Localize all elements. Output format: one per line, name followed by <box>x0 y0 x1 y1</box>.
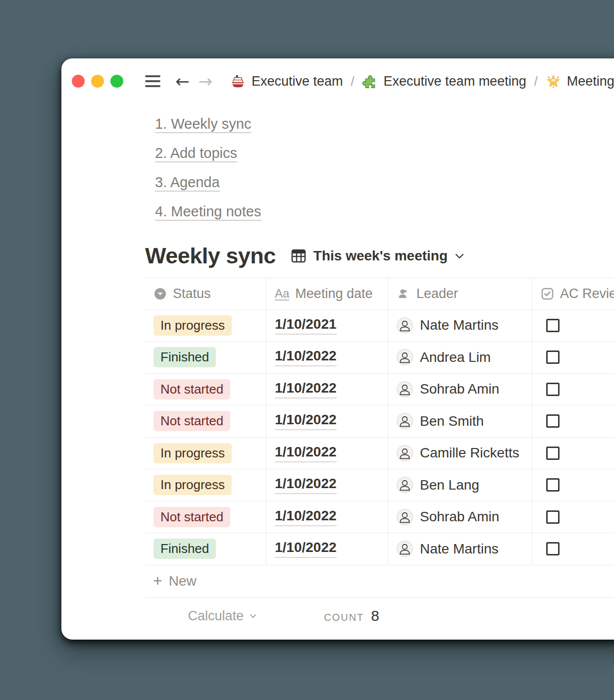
column-header-label: Status <box>173 286 211 301</box>
title-aa-icon: Aa <box>275 287 289 300</box>
status-cell[interactable]: Finished <box>145 342 266 374</box>
meeting-date-link[interactable]: 1/10/2021 <box>275 316 337 335</box>
column-header-status[interactable]: Status <box>145 278 266 310</box>
meeting-date-cell[interactable]: 1/10/2022 <box>266 438 388 470</box>
leader-cell[interactable]: Andrea Lim <box>388 342 532 374</box>
meeting-date-link[interactable]: 1/10/2022 <box>275 412 337 430</box>
toc-link-weekly-sync[interactable]: 1. Weekly sync <box>155 116 251 132</box>
leader-cell[interactable]: Nate Martins <box>388 310 532 342</box>
sidebar-menu-icon[interactable] <box>145 75 160 87</box>
status-badge[interactable]: In progress <box>154 443 232 463</box>
status-cell[interactable]: Not started <box>145 405 266 438</box>
meeting-date-link[interactable]: 1/10/2022 <box>275 444 337 462</box>
leader-name: Sohrab Amin <box>420 509 499 525</box>
status-cell[interactable]: Not started <box>145 374 266 406</box>
table-row: Not started 1/10/2022 Sohrab Amin <box>145 374 614 406</box>
meeting-date-cell[interactable]: 1/10/2021 <box>266 310 388 342</box>
column-header-meeting-date[interactable]: Aa Meeting date <box>266 278 388 310</box>
meeting-date-link[interactable]: 1/10/2022 <box>275 540 337 558</box>
ac-review-checkbox[interactable] <box>546 542 560 555</box>
table-row: Not started 1/10/2022 Sohrab Amin <box>145 501 614 534</box>
meeting-date-link[interactable]: 1/10/2022 <box>275 476 337 494</box>
meeting-date-link[interactable]: 1/10/2022 <box>275 508 337 526</box>
ac-review-checkbox[interactable] <box>546 478 560 492</box>
minimize-window-button[interactable] <box>91 75 104 88</box>
count-value: 8 <box>371 607 379 624</box>
ac-review-cell[interactable] <box>532 342 614 374</box>
status-cell[interactable]: In progress <box>145 438 266 470</box>
ac-review-cell[interactable] <box>532 405 614 438</box>
forward-button[interactable]: → <box>199 73 213 90</box>
leader-cell[interactable]: Sohrab Amin <box>388 501 532 534</box>
ac-review-cell[interactable] <box>532 501 614 534</box>
meeting-date-cell[interactable]: 1/10/2022 <box>266 469 388 501</box>
breadcrumb-item-executive-team-meeting[interactable]: Executive team meeting <box>362 74 526 89</box>
status-cell[interactable]: Not started <box>145 501 266 534</box>
status-badge[interactable]: Finished <box>154 539 216 559</box>
status-cell[interactable]: In progress <box>145 469 266 501</box>
weekly-sync-table: Status Aa Meeting date Leader <box>145 278 614 635</box>
table-footer: Calculate COUNT 8 <box>145 598 614 635</box>
breadcrumb-label: Meeting notes <box>567 74 614 89</box>
table-view-icon <box>290 248 307 264</box>
leader-name: Ben Lang <box>420 477 479 493</box>
toc-link-meeting-notes[interactable]: 4. Meeting notes <box>155 203 261 220</box>
leader-name: Nate Martins <box>420 541 499 557</box>
ac-review-checkbox[interactable] <box>546 383 560 396</box>
leader-name: Sohrab Amin <box>420 381 499 397</box>
table-row: In progress 1/10/2021 Nate Martins <box>145 310 614 342</box>
meeting-date-link[interactable]: 1/10/2022 <box>275 380 337 399</box>
leader-cell[interactable]: Sohrab Amin <box>388 374 532 406</box>
new-row-label: New <box>169 573 197 589</box>
new-row-button[interactable]: + New <box>145 565 614 598</box>
close-window-button[interactable] <box>72 75 85 88</box>
ac-review-checkbox[interactable] <box>546 319 560 332</box>
status-badge[interactable]: Not started <box>154 379 230 400</box>
status-badge[interactable]: Not started <box>154 507 230 527</box>
leader-cell[interactable]: Ben Smith <box>388 405 532 438</box>
meeting-date-cell[interactable]: 1/10/2022 <box>266 342 388 374</box>
ac-review-cell[interactable] <box>532 310 614 342</box>
leader-avatar <box>397 445 413 461</box>
column-header-ac-review[interactable]: AC Review <box>532 278 614 310</box>
leader-cell[interactable]: Nate Martins <box>388 533 532 565</box>
status-badge[interactable]: Not started <box>154 411 230 431</box>
column-header-leader[interactable]: Leader <box>388 278 532 310</box>
count-label: COUNT <box>324 612 364 623</box>
ac-review-checkbox[interactable] <box>546 447 560 460</box>
meeting-date-cell[interactable]: 1/10/2022 <box>266 501 388 534</box>
ac-review-cell[interactable] <box>532 533 614 565</box>
breadcrumb-label: Executive team meeting <box>384 74 526 89</box>
status-cell[interactable]: Finished <box>145 533 266 565</box>
calculate-dropdown[interactable]: Calculate <box>188 608 257 624</box>
ac-review-cell[interactable] <box>532 374 614 406</box>
zoom-window-button[interactable] <box>110 75 123 88</box>
toc-link-add-topics[interactable]: 2. Add topics <box>155 145 237 161</box>
status-badge[interactable]: In progress <box>154 315 232 336</box>
view-selector[interactable]: This week's meeting <box>290 248 465 264</box>
leader-name: Nate Martins <box>420 317 499 333</box>
meeting-date-cell[interactable]: 1/10/2022 <box>266 405 388 438</box>
leader-cell[interactable]: Camille Ricketts <box>388 438 532 470</box>
leader-cell[interactable]: Ben Lang <box>388 469 532 501</box>
checkbox-icon <box>541 287 554 300</box>
status-badge[interactable]: In progress <box>154 475 232 495</box>
meeting-date-cell[interactable]: 1/10/2022 <box>266 374 388 406</box>
table-row: In progress 1/10/2022 Ben Lang <box>145 469 614 501</box>
count-aggregate[interactable]: COUNT 8 <box>324 607 379 624</box>
ac-review-checkbox[interactable] <box>546 414 560 428</box>
toc-link-agenda[interactable]: 3. Agenda <box>155 174 220 191</box>
ac-review-cell[interactable] <box>532 438 614 470</box>
status-cell[interactable]: In progress <box>145 310 266 342</box>
ac-review-checkbox[interactable] <box>546 510 560 524</box>
meeting-date-cell[interactable]: 1/10/2022 <box>266 533 388 565</box>
status-badge[interactable]: Finished <box>154 347 216 367</box>
ac-review-checkbox[interactable] <box>546 350 560 364</box>
breadcrumb-item-executive-team[interactable]: Executive team <box>230 74 343 89</box>
breadcrumb-item-meeting-notes[interactable]: Meeting notes <box>546 74 614 89</box>
meeting-date-link[interactable]: 1/10/2022 <box>275 348 337 366</box>
back-button[interactable]: ← <box>175 73 190 90</box>
ac-review-cell[interactable] <box>532 469 614 501</box>
leader-avatar <box>397 509 413 525</box>
column-header-label: Leader <box>416 286 458 301</box>
